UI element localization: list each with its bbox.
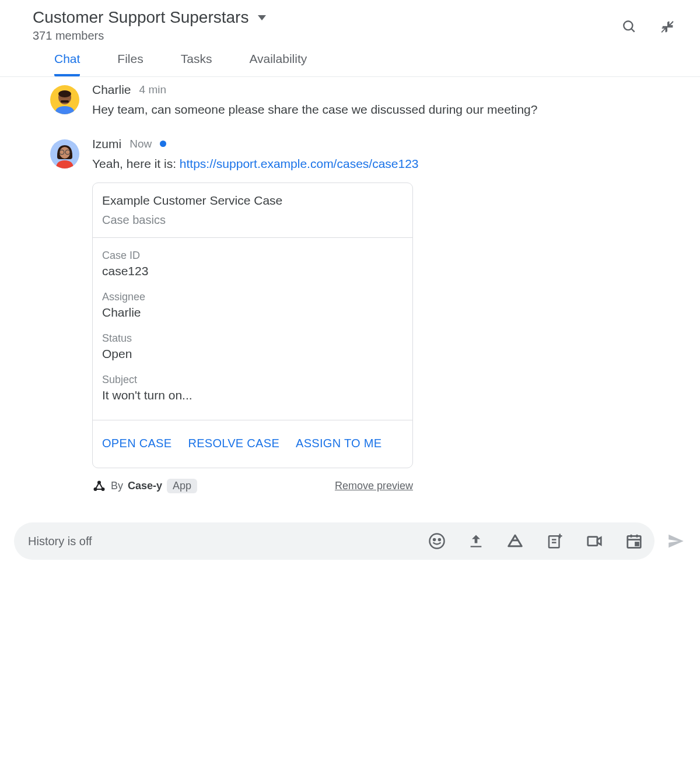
calendar-icon[interactable] [625,532,643,550]
webhook-icon [92,479,106,493]
svg-point-15 [439,539,440,541]
open-case-button[interactable]: OPEN CASE [102,437,172,450]
emoji-icon[interactable] [428,532,446,550]
avatar[interactable] [50,85,79,114]
message-author: Charlie [92,83,131,97]
svg-marker-3 [662,27,667,33]
field-label: Status [102,332,403,345]
card-title: Example Customer Service Case [102,194,403,208]
tab-files[interactable]: Files [117,52,143,76]
send-icon[interactable] [666,531,686,551]
card-subtitle: Case basics [102,213,403,227]
members-count: 371 members [33,29,266,43]
field-label: Assignee [102,291,403,303]
svg-rect-26 [636,543,639,546]
message-time: Now [130,138,152,150]
space-title: Customer Support Superstars [33,8,249,27]
upload-icon[interactable] [468,533,484,549]
drive-icon[interactable] [506,532,524,550]
tab-tasks[interactable]: Tasks [181,52,212,76]
svg-marker-2 [668,21,673,26]
attribution-app-name: Case-y [128,480,162,492]
message-text: Hey team, can someone please share the c… [92,100,667,120]
svg-point-14 [433,539,435,541]
field-value: It won't turn on... [102,388,403,402]
message-composer[interactable]: History is off [14,522,654,560]
tab-chat[interactable]: Chat [54,52,80,76]
attribution-by: By [111,480,123,492]
message-author: Izumi [92,137,121,151]
video-call-icon[interactable] [586,532,603,550]
card-attribution: By Case-y App [92,479,197,493]
message-text: Yeah, here it is: https://support.exampl… [92,155,667,174]
message-time: 4 min [139,83,166,96]
field-value: Open [102,347,403,361]
svg-point-13 [430,534,444,549]
field-label: Subject [102,374,403,386]
svg-rect-21 [588,537,597,546]
field-value: case123 [102,264,403,278]
svg-point-0 [624,21,632,30]
field-value: Charlie [102,306,403,320]
message: Izumi Now Yeah, here it is: https://supp… [50,137,667,494]
svg-line-1 [631,29,634,31]
space-title-row[interactable]: Customer Support Superstars [33,8,266,27]
tab-availability[interactable]: Availability [249,52,307,76]
status-dot-icon [160,141,166,147]
svg-point-5 [58,90,71,97]
field-label: Case ID [102,250,403,262]
tabs: Chat Files Tasks Availability [0,43,700,77]
preview-card: Example Customer Service Case Case basic… [92,183,413,468]
remove-preview-link[interactable]: Remove preview [335,480,413,492]
message-link[interactable]: https://support.example.com/cases/case12… [180,157,419,170]
message-text-prefix: Yeah, here it is: [92,157,180,170]
assign-to-me-button[interactable]: ASSIGN TO ME [296,437,382,450]
composer-placeholder: History is off [28,535,92,548]
resolve-case-button[interactable]: RESOLVE CASE [188,437,279,450]
create-doc-icon[interactable] [546,532,564,550]
avatar[interactable] [50,139,79,169]
svg-rect-6 [61,100,69,103]
search-icon[interactable] [622,19,637,34]
collapse-icon[interactable] [659,19,676,35]
chevron-down-icon [258,15,266,20]
message: Charlie 4 min Hey team, can someone plea… [50,83,667,120]
app-badge: App [167,479,197,493]
svg-point-7 [60,147,70,159]
